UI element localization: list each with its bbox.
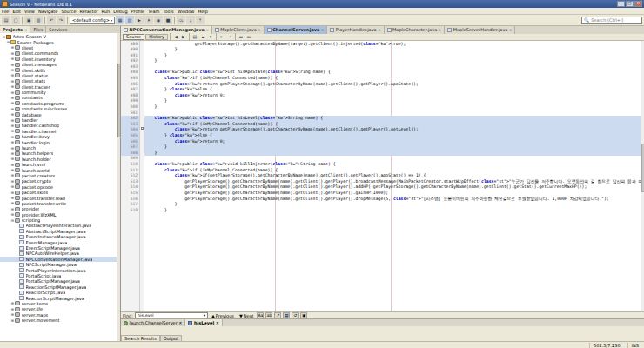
close-icon[interactable]: ✕ xyxy=(321,28,324,32)
maximize-button[interactable]: □ xyxy=(626,1,634,7)
code-line[interactable]: class="kw">public class="kw">int hisApeS… xyxy=(144,70,644,76)
regex-icon[interactable]: .* xyxy=(274,312,281,318)
search-selection-icon[interactable]: ▣ xyxy=(300,312,307,318)
code-line[interactable]: class="kw">return getPlayerStorage().get… xyxy=(144,82,644,88)
previous-bookmark-icon[interactable]: ▴ xyxy=(199,34,206,40)
uncomment-icon[interactable]: ▭ xyxy=(245,34,252,40)
stop-icon[interactable]: ■ xyxy=(164,16,172,24)
menu-item-refactor[interactable]: Refactor xyxy=(80,9,98,14)
menu-item-tools[interactable]: Tools xyxy=(163,9,173,14)
new-file-icon[interactable]: ▤ xyxy=(2,16,10,24)
redo-icon[interactable]: ↷ xyxy=(57,16,65,24)
output-tab-channelserver[interactable]: launch.ChannelServer ✕ xyxy=(121,319,185,326)
back-icon[interactable]: ◀ xyxy=(172,34,179,40)
close-icon[interactable]: ✕ xyxy=(216,320,219,325)
menu-item-run[interactable]: Run xyxy=(102,9,111,14)
code-line[interactable]: } xyxy=(144,202,644,208)
minimize-button[interactable]: – xyxy=(617,1,625,7)
menu-item-debug[interactable]: Debug xyxy=(113,9,127,14)
code-vertical-scrollbar[interactable] xyxy=(641,41,644,312)
save-all-icon[interactable]: ▥ xyxy=(34,16,43,24)
menu-item-edit[interactable]: Edit xyxy=(12,9,21,14)
sub-tab-search-results[interactable]: Search Results xyxy=(121,335,160,341)
find-input[interactable]: hisLevel ▾ xyxy=(135,312,208,318)
chevron-down-icon[interactable]: ▾ xyxy=(204,313,205,318)
editor-tab-mapleserverhandler[interactable]: MapleServerHandler.java✕ xyxy=(445,26,515,34)
code-scrollbar-thumb[interactable] xyxy=(641,144,644,192)
output-tab-hislevel[interactable]: hisLevel ✕ xyxy=(185,319,222,326)
code-line[interactable]: class="kw">public class="kw">int hisLeve… xyxy=(144,116,644,122)
highlight-results-icon[interactable]: ▤ xyxy=(283,312,290,318)
debug-icon[interactable]: ⏵ xyxy=(144,16,153,24)
code-line[interactable]: getPlayerStorage().getCharacterByName(na… xyxy=(144,184,644,191)
tab-projects[interactable]: Projects ✕ xyxy=(0,26,30,33)
toggle-bookmark-icon[interactable]: ▤ xyxy=(191,34,198,40)
close-icon[interactable]: ✕ xyxy=(24,28,27,32)
menu-item-help[interactable]: Help xyxy=(198,9,207,14)
editor-tab-mapleclient[interactable]: MapleClient.java✕ xyxy=(212,26,265,34)
find-previous-button[interactable]: ▲ Previous xyxy=(210,313,236,318)
code-line[interactable]: getPlayerStorage().getCharacterByName(na… xyxy=(144,197,644,203)
shift-left-icon[interactable]: ⇤ xyxy=(218,34,225,40)
editor-tab-playerhandler[interactable]: PlayerHandler.java✕ xyxy=(327,26,384,34)
editor-tab-npcconversationmanager[interactable]: NPCConversationManager.java✕ xyxy=(121,26,212,34)
menu-item-team[interactable]: Team xyxy=(148,9,159,14)
tab-files[interactable]: Files xyxy=(30,26,46,33)
fold-collapse-icon[interactable]: − xyxy=(141,127,144,130)
code-line[interactable]: } xyxy=(144,47,644,53)
next-bookmark-icon[interactable]: ▾ xyxy=(207,34,214,40)
code-line[interactable]: } xyxy=(144,98,644,104)
shift-right-icon[interactable]: ⇥ xyxy=(226,34,233,40)
open-project-icon[interactable]: ▣ xyxy=(24,16,33,24)
editor-view-history[interactable]: History xyxy=(145,34,168,40)
code-line[interactable]: class="kw">public class="kw">void killIn… xyxy=(144,162,644,168)
build-icon[interactable]: ▦ xyxy=(116,16,124,24)
code-line[interactable]: } xyxy=(144,208,644,214)
sub-tab-output[interactable]: Output xyxy=(160,335,182,341)
whole-words-icon[interactable]: ab xyxy=(265,312,272,318)
menu-item-file[interactable]: File xyxy=(2,9,9,14)
code-line[interactable]: } xyxy=(144,144,644,151)
code-line[interactable]: class="kw">if (isMyChannel_Connected(nam… xyxy=(144,122,644,128)
close-icon[interactable]: ✕ xyxy=(205,28,208,32)
menu-item-window[interactable]: Window xyxy=(178,9,195,14)
code-line[interactable]: } xyxy=(144,104,644,110)
code-line[interactable]: class="kw">if (isMyChannel_Connected(nam… xyxy=(144,168,644,174)
new-project-icon[interactable]: ▢ xyxy=(11,16,20,24)
close-button[interactable]: ✕ xyxy=(634,1,642,7)
editor-tab-maplecharacter[interactable]: MapleCharacter.java✕ xyxy=(385,26,446,34)
tab-services[interactable]: Services xyxy=(46,26,70,33)
comment-icon[interactable]: ▬ xyxy=(238,34,245,40)
code-line[interactable] xyxy=(144,110,644,117)
code-line[interactable] xyxy=(144,156,644,162)
editor-view-source[interactable]: Source xyxy=(123,34,144,40)
menu-item-profile[interactable]: Profile xyxy=(131,9,145,14)
menu-item-navigate[interactable]: Navigate xyxy=(38,9,57,14)
tree-node[interactable]: ⊞server.movement xyxy=(0,318,120,323)
profile-icon[interactable]: ◉ xyxy=(154,16,163,24)
code-line[interactable]: } xyxy=(144,151,644,157)
code-line[interactable]: } class="kw">else { xyxy=(144,133,644,139)
code-line[interactable]: getPlayerStorage().getCharacterByName(ta… xyxy=(144,42,644,48)
close-icon[interactable]: ✕ xyxy=(439,28,441,32)
step-over-icon[interactable]: ⤼ xyxy=(177,16,185,24)
tree-scrollbar-thumb[interactable] xyxy=(117,64,120,137)
step-out-icon[interactable]: ⤒ xyxy=(196,16,205,24)
code-line[interactable]: getPlayerStorage().getCharacterByName(na… xyxy=(144,191,644,197)
code-line[interactable] xyxy=(144,64,644,70)
code-line[interactable]: class="kw">if(getPlayerStorage().getChar… xyxy=(144,173,644,179)
code-line[interactable]: class="kw">if (isMyChannel_Connected(nam… xyxy=(144,76,644,82)
code-line[interactable]: class="kw">return 0; xyxy=(144,93,644,99)
close-icon[interactable]: ✕ xyxy=(378,28,380,32)
code-content[interactable]: getPlayerStorage().getCharacterByName(ta… xyxy=(144,41,644,312)
code-line[interactable]: getPlayerStorage().getCharacterByName(na… xyxy=(144,179,644,185)
undo-icon[interactable]: ↶ xyxy=(47,16,56,24)
code-line[interactable]: class="kw">return getPlayerStorage().get… xyxy=(144,127,644,133)
code-line[interactable]: class="kw">return 0; xyxy=(144,139,644,145)
search-input[interactable]: 🔍 Search (Ctrl+I) xyxy=(581,17,642,24)
step-into-icon[interactable]: ⤓ xyxy=(186,16,195,24)
forward-icon[interactable]: ▶ xyxy=(180,34,187,40)
project-tree[interactable]: ⊟Arten Season V⊟Source Packages⊞client⊞c… xyxy=(0,33,120,341)
code-line[interactable]: } class="kw">else { xyxy=(144,87,644,93)
clean-build-icon[interactable]: ▧ xyxy=(125,16,134,24)
